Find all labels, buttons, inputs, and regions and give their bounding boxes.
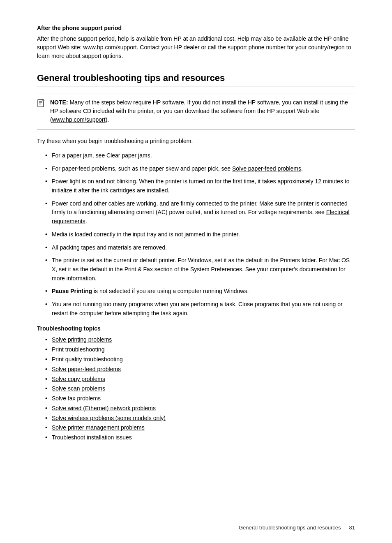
troubleshoot-installation-link[interactable]: Troubleshoot installation issues [52, 434, 132, 441]
list-item: Solve printing problems [45, 335, 355, 345]
bullet-list: For a paper jam, see Clear paper jams. F… [45, 151, 355, 318]
list-item: Solve wireless problems (some models onl… [45, 414, 355, 423]
section-title: General troubleshooting tips and resourc… [37, 73, 355, 86]
solve-scan-problems-link[interactable]: Solve scan problems [52, 385, 105, 392]
print-quality-troubleshooting-link[interactable]: Print quality troubleshooting [52, 356, 123, 363]
list-item: Solve wired (Ethernet) network problems [45, 404, 355, 414]
solve-copy-problems-link[interactable]: Solve copy problems [52, 376, 105, 382]
note-content: NOTE: Many of the steps below require HP… [50, 98, 355, 124]
list-item: Solve paper-feed problems [45, 365, 355, 374]
phone-support-section: After the phone support period After the… [37, 25, 355, 60]
page-number: 81 [349, 525, 355, 531]
footer-label: General troubleshooting tips and resourc… [239, 525, 341, 531]
list-item: For a paper jam, see Clear paper jams. [45, 151, 355, 160]
note-link[interactable]: www.hp.com/support [52, 116, 106, 123]
solve-printing-problems-link[interactable]: Solve printing problems [52, 336, 112, 343]
list-item: Pause Printing is not selected if you ar… [45, 287, 355, 296]
list-item: All packing tapes and materials are remo… [45, 243, 355, 252]
list-item: Media is loaded correctly in the input t… [45, 230, 355, 239]
solve-wired-network-link[interactable]: Solve wired (Ethernet) network problems [52, 405, 156, 411]
note-icon [37, 99, 46, 110]
print-troubleshooting-link[interactable]: Print troubleshooting [52, 346, 104, 353]
topics-list: Solve printing problems Print troublesho… [45, 335, 355, 443]
list-item: For paper-feed problems, such as the pap… [45, 164, 355, 173]
clear-paper-jams-link[interactable]: Clear paper jams [106, 152, 150, 159]
page: After the phone support period After the… [0, 0, 392, 543]
phone-support-title: After the phone support period [37, 25, 355, 31]
list-item: Solve printer management problems [45, 423, 355, 433]
troubleshooting-topics-section: Troubleshooting topics Solve printing pr… [37, 325, 355, 443]
hp-support-link[interactable]: www.hp.com/support [83, 44, 137, 51]
solve-paper-feed-link[interactable]: Solve paper-feed problems [232, 165, 301, 172]
list-item: Solve fax problems [45, 394, 355, 404]
solve-paper-feed-problems-link[interactable]: Solve paper-feed problems [52, 366, 121, 372]
solve-printer-management-link[interactable]: Solve printer management problems [52, 424, 145, 431]
intro-text: Try these when you begin troubleshooting… [37, 137, 355, 146]
phone-support-text: After the phone support period, help is … [37, 35, 355, 60]
list-item: Print quality troubleshooting [45, 355, 355, 365]
list-item: Solve scan problems [45, 384, 355, 394]
list-item: Troubleshoot installation issues [45, 433, 355, 443]
note-label: NOTE: [50, 99, 68, 106]
troubleshooting-topics-title: Troubleshooting topics [37, 325, 355, 332]
list-item: Print troubleshooting [45, 345, 355, 355]
solve-fax-problems-link[interactable]: Solve fax problems [52, 395, 101, 402]
list-item: Power cord and other cables are working,… [45, 199, 355, 226]
list-item: Solve copy problems [45, 374, 355, 384]
list-item: You are not running too many programs wh… [45, 300, 355, 318]
solve-wireless-problems-link[interactable]: Solve wireless problems (some models onl… [52, 415, 166, 421]
list-item: The printer is set as the current or def… [45, 256, 355, 283]
page-footer: General troubleshooting tips and resourc… [0, 525, 392, 531]
list-item: Power light is on and not blinking. When… [45, 177, 355, 195]
note-box: NOTE: Many of the steps below require HP… [37, 93, 355, 129]
